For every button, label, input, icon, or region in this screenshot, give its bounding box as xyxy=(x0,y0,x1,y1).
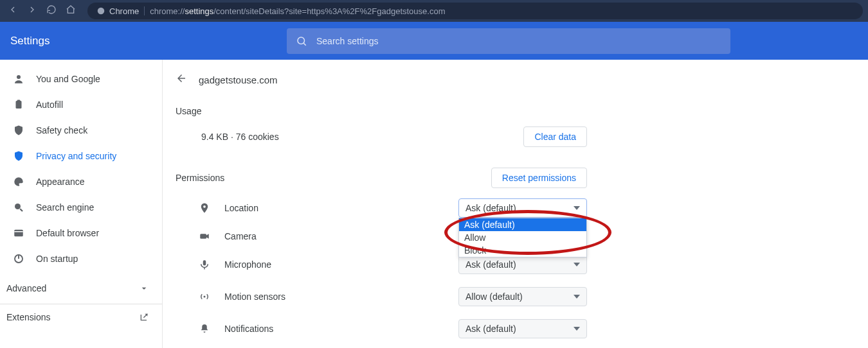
select-value: Allow (default) xyxy=(466,291,523,302)
sidebar-item-label: Appearance xyxy=(36,177,85,187)
sidebar-item-label: Safety check xyxy=(36,125,87,135)
dropdown-option[interactable]: Ask (default) xyxy=(459,218,586,231)
sidebar-advanced[interactable]: Advanced xyxy=(0,275,162,300)
nav-icon-group xyxy=(8,4,76,17)
microphone-icon xyxy=(199,259,210,270)
perm-select-microphone[interactable]: Ask (default) xyxy=(458,255,587,274)
bell-icon xyxy=(199,323,210,335)
back-icon[interactable] xyxy=(8,4,18,17)
perm-name: Location xyxy=(224,203,258,213)
svg-point-18 xyxy=(204,296,206,298)
sidebar-item-autofill[interactable]: Autofill xyxy=(0,92,162,117)
svg-rect-4 xyxy=(16,101,22,109)
svg-point-3 xyxy=(17,75,21,79)
chip-label: Chrome xyxy=(109,6,139,16)
shield-check-icon xyxy=(13,125,24,136)
sidebar-item-on-startup[interactable]: On startup xyxy=(0,246,162,272)
site-name: gadgetstouse.com xyxy=(199,74,278,85)
clipboard-icon xyxy=(13,99,24,110)
shield-icon xyxy=(13,150,24,162)
clear-data-button[interactable]: Clear data xyxy=(523,126,587,147)
advanced-label: Advanced xyxy=(6,283,46,293)
perm-row-motion-sensors: Motion sensors Allow (default) xyxy=(163,281,600,313)
perm-name: Notifications xyxy=(224,324,273,334)
svg-line-2 xyxy=(303,43,305,45)
search-icon xyxy=(13,202,24,213)
page-title: Settings xyxy=(10,35,280,48)
dropdown-option[interactable]: Block xyxy=(459,244,586,257)
svg-rect-11 xyxy=(14,230,23,237)
browser-toolbar: Chrome chrome://settings/content/siteDet… xyxy=(0,0,868,22)
sidebar-item-label: Autofill xyxy=(36,100,63,110)
perm-row-location: Location Ask (default) Ask (default) All… xyxy=(163,192,600,224)
browser-icon xyxy=(13,227,24,239)
svg-rect-5 xyxy=(17,100,21,102)
motion-icon xyxy=(199,291,210,302)
select-value: Ask (default) xyxy=(466,259,516,270)
caret-down-icon xyxy=(574,206,580,210)
reload-icon[interactable] xyxy=(46,4,57,17)
sidebar-item-label: Privacy and security xyxy=(36,151,116,161)
sidebar-item-label: On startup xyxy=(36,254,78,264)
perm-select-location[interactable]: Ask (default) xyxy=(458,198,587,218)
sidebar-item-label: Search engine xyxy=(36,202,94,213)
svg-point-9 xyxy=(15,204,21,209)
sidebar-item-search-engine[interactable]: Search engine xyxy=(0,195,162,220)
back-arrow-icon[interactable] xyxy=(176,73,187,87)
extensions-label: Extensions xyxy=(6,312,50,322)
usage-value: 9.4 KB · 76 cookies xyxy=(201,132,279,142)
sidebar-item-default-browser[interactable]: Default browser xyxy=(0,220,162,246)
external-link-icon xyxy=(139,312,149,322)
url-text: chrome://settings/content/siteDetails?si… xyxy=(150,6,445,16)
perm-name: Motion sensors xyxy=(224,291,285,302)
perm-select-notifications[interactable]: Ask (default) xyxy=(458,319,587,338)
search-placeholder: Search settings xyxy=(316,36,379,46)
perm-name: Microphone xyxy=(224,259,271,270)
usage-label: Usage xyxy=(163,93,600,120)
perm-select-motion[interactable]: Allow (default) xyxy=(458,287,587,306)
chevron-down-icon xyxy=(139,283,149,293)
sidebar-item-appearance[interactable]: Appearance xyxy=(0,169,162,195)
svg-point-6 xyxy=(15,181,17,182)
svg-point-0 xyxy=(98,8,105,15)
select-value: Ask (default) xyxy=(466,324,516,334)
person-icon xyxy=(13,73,24,85)
svg-point-1 xyxy=(298,37,305,44)
sidebar-extensions[interactable]: Extensions xyxy=(0,304,162,329)
caret-down-icon xyxy=(574,263,580,266)
dropdown-option[interactable]: Allow xyxy=(459,231,586,244)
forward-icon[interactable] xyxy=(27,4,37,17)
settings-header: Settings Search settings xyxy=(0,22,868,60)
address-bar[interactable]: Chrome chrome://settings/content/siteDet… xyxy=(87,3,863,19)
site-details-panel: gadgetstouse.com Usage 9.4 KB · 76 cooki… xyxy=(163,60,600,348)
perm-row-notifications: Notifications Ask (default) xyxy=(163,313,600,345)
power-icon xyxy=(13,253,24,265)
sidebar: You and Google Autofill Safety check Pri… xyxy=(0,60,162,348)
search-input[interactable]: Search settings xyxy=(287,28,730,54)
perm-dropdown: Ask (default) Allow Block xyxy=(458,218,587,257)
sidebar-item-privacy-security[interactable]: Privacy and security xyxy=(0,143,162,169)
reset-permissions-button[interactable]: Reset permissions xyxy=(491,168,587,188)
sidebar-item-you-and-google[interactable]: You and Google xyxy=(0,66,162,92)
caret-down-icon xyxy=(574,295,580,299)
svg-point-8 xyxy=(19,179,21,180)
sidebar-item-safety-check[interactable]: Safety check xyxy=(0,117,162,143)
svg-point-7 xyxy=(17,179,19,180)
camera-icon xyxy=(199,231,210,242)
site-chip: Chrome xyxy=(96,6,139,16)
permissions-label: Permissions xyxy=(176,173,224,183)
sidebar-item-label: Default browser xyxy=(36,228,99,238)
select-value: Ask (default) xyxy=(466,203,516,213)
separator xyxy=(144,6,145,15)
sidebar-item-label: You and Google xyxy=(36,74,100,84)
palette-icon xyxy=(13,176,24,187)
location-icon xyxy=(199,202,210,214)
perm-name: Camera xyxy=(224,231,257,241)
caret-down-icon xyxy=(574,327,580,331)
svg-line-10 xyxy=(20,209,23,211)
svg-rect-15 xyxy=(200,234,206,239)
svg-rect-16 xyxy=(203,260,206,265)
home-icon[interactable] xyxy=(66,4,76,17)
